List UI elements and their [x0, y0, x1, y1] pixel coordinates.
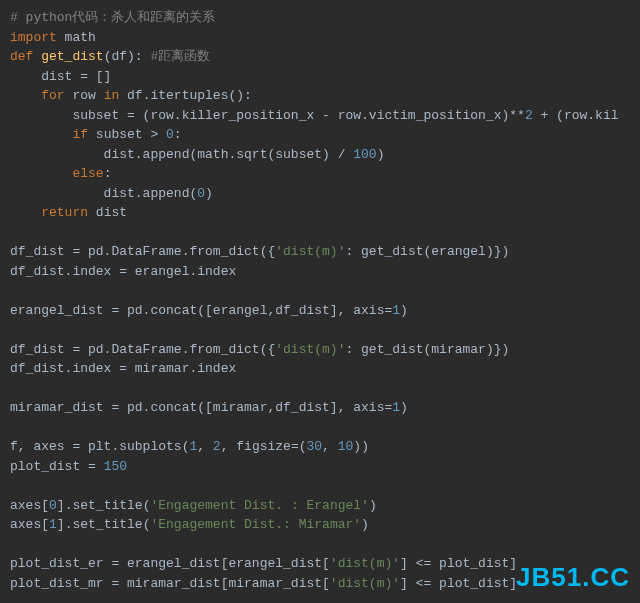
- code-line: df_dist.index = miramar.index: [10, 361, 236, 376]
- code-token: 1: [392, 303, 400, 318]
- code-token: 'dist(m)': [275, 244, 345, 259]
- code-token: df_dist = pd.DataFrame.from_dict({: [10, 244, 275, 259]
- code-token: : get_dist(miramar)}): [345, 342, 509, 357]
- code-line: # python代码：杀人和距离的关系: [10, 10, 215, 25]
- code-token: import: [10, 30, 57, 45]
- code-token: f, axes = plt.subplots(: [10, 439, 189, 454]
- code-line: dist = []: [10, 69, 111, 84]
- code-token: ): [377, 147, 385, 162]
- code-token: axes[: [10, 517, 49, 532]
- code-token: plot_dist_mr = miramar_dist[miramar_dist…: [10, 576, 330, 591]
- code-token: 0: [197, 186, 205, 201]
- code-token: ,: [322, 439, 338, 454]
- code-token: subset >: [88, 127, 166, 142]
- code-token: ): [361, 517, 369, 532]
- code-token: : get_dist(erangel)}): [345, 244, 509, 259]
- code-token: 'dist(m)': [330, 576, 400, 591]
- code-token: miramar_dist = pd.concat([miramar,df_dis…: [10, 400, 392, 415]
- code-token: for: [41, 88, 64, 103]
- code-token: dist.append(math.sqrt(subset) /: [10, 147, 353, 162]
- code-token: 'Engagement Dist.: Miramar': [150, 517, 361, 532]
- code-token: [10, 88, 41, 103]
- code-token: 150: [104, 459, 127, 474]
- code-token: :: [174, 127, 182, 142]
- code-token: 2: [213, 439, 221, 454]
- code-token: erangel_dist = pd.concat([erangel,df_dis…: [10, 303, 392, 318]
- code-token: + (row.kil: [533, 108, 619, 123]
- code-token: axes[: [10, 498, 49, 513]
- code-block: # python代码：杀人和距离的关系 import math def get_…: [0, 0, 640, 603]
- code-token: plot_dist =: [10, 459, 104, 474]
- code-token: ,: [197, 439, 213, 454]
- code-token: 'Engagement Dist. : Erangel': [150, 498, 368, 513]
- code-token: ): [400, 303, 408, 318]
- code-token: get_dist: [33, 49, 103, 64]
- code-token: (df):: [104, 49, 151, 64]
- code-token: return: [41, 205, 88, 220]
- code-token: )): [353, 439, 369, 454]
- code-token: ].set_title(: [57, 498, 151, 513]
- code-token: ): [400, 400, 408, 415]
- code-token: ): [205, 186, 213, 201]
- code-token: [10, 205, 41, 220]
- code-token: plot_dist_er = erangel_dist[erangel_dist…: [10, 556, 330, 571]
- code-token: def: [10, 49, 33, 64]
- code-token: [10, 127, 72, 142]
- code-token: :: [104, 166, 112, 181]
- code-token: ] <= plot_dist]: [400, 576, 517, 591]
- code-token: if: [72, 127, 88, 142]
- code-token: ].set_title(: [57, 517, 151, 532]
- code-token: 30: [307, 439, 323, 454]
- code-token: 1: [49, 517, 57, 532]
- code-token: 0: [49, 498, 57, 513]
- watermark-logo: JB51.CC: [516, 558, 630, 597]
- code-token: math: [57, 30, 96, 45]
- code-token: else: [72, 166, 103, 181]
- code-token: df.itertuples():: [119, 88, 252, 103]
- code-token: [10, 166, 72, 181]
- code-token: dist: [88, 205, 127, 220]
- code-token: subset = (row.killer_position_x - row.vi…: [10, 108, 525, 123]
- code-token: in: [104, 88, 120, 103]
- code-token: 10: [338, 439, 354, 454]
- code-token: ] <= plot_dist]: [400, 556, 517, 571]
- code-line: df_dist.index = erangel.index: [10, 264, 236, 279]
- code-token: ): [369, 498, 377, 513]
- code-token: 'dist(m)': [330, 556, 400, 571]
- code-token: row: [65, 88, 104, 103]
- code-token: 'dist(m)': [275, 342, 345, 357]
- code-token: dist.append(: [10, 186, 197, 201]
- code-token: 100: [353, 147, 376, 162]
- code-token: df_dist = pd.DataFrame.from_dict({: [10, 342, 275, 357]
- code-token: 2: [525, 108, 533, 123]
- code-token: , figsize=(: [221, 439, 307, 454]
- code-token: 0: [166, 127, 174, 142]
- code-token: 1: [392, 400, 400, 415]
- code-token: #距离函数: [150, 49, 210, 64]
